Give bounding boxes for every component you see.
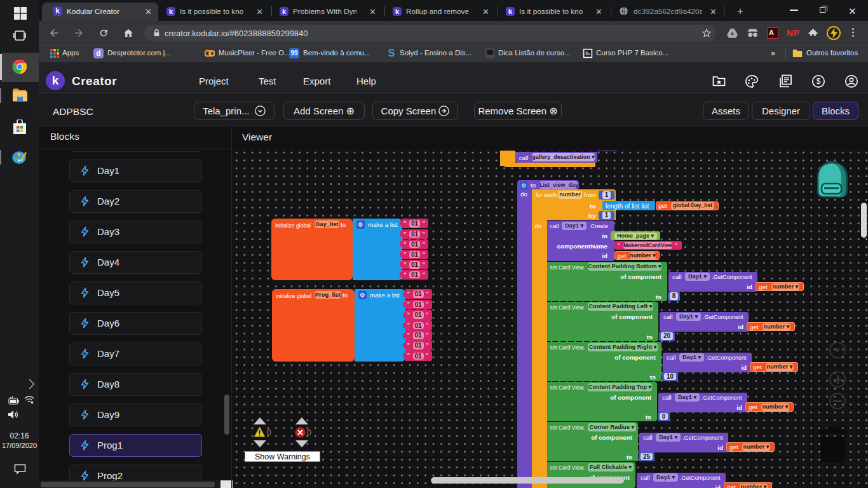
svg-text:$: $ [817, 77, 821, 86]
